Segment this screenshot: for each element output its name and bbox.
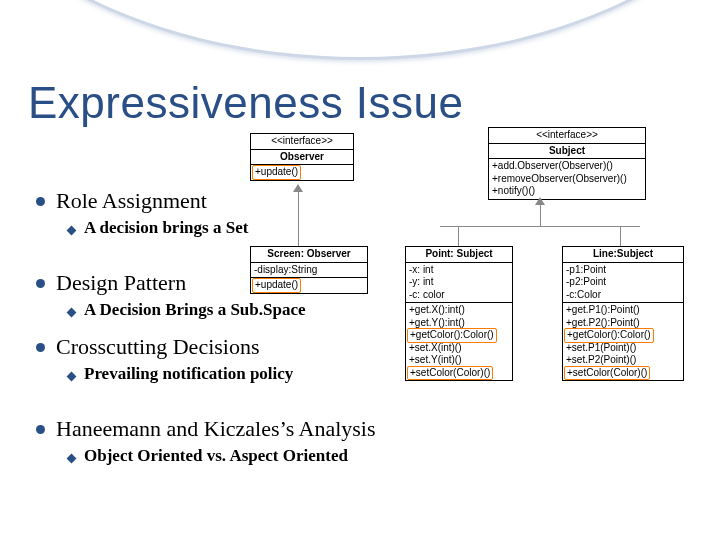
uml-operation: +getColor():Color() [566,329,680,342]
uml-operation: +removeObserver(Observer)() [492,173,642,186]
slide-title: Expressiveness Issue [28,78,464,128]
uml-operation: +update() [251,278,368,294]
uml-attribute: -p2:Point [566,276,680,289]
uml-attribute: -x: int [409,264,509,277]
uml-attributes: -x: int -y: int -c: color [406,262,513,303]
uml-arrowhead-icon [293,184,303,192]
highlight: +getColor():Color() [564,328,654,343]
uml-operation: +setColor(Color)() [409,367,509,380]
bullet-label: Design Pattern [56,270,186,295]
uml-operation: +set.Y(int)() [409,354,509,367]
uml-line-class: Line:Subject -p1:Point -p2:Point -c:Colo… [562,246,684,381]
uml-subject-interface: <<interface>> Subject +add.Observer(Obse… [488,127,646,200]
uml-attribute: -p1:Point [566,264,680,277]
uml-stereotype: <<interface>> [251,134,354,150]
highlight: +setColor(Color)() [407,366,493,381]
sub-bullet-label: A Decision Brings a Sub.Space [84,300,306,319]
uml-class-name: Observer [251,149,354,165]
uml-connector [440,226,640,227]
highlight: +getColor():Color() [407,328,497,343]
uml-operations: +get.P1():Point() +get.P2():Point() +get… [563,303,684,381]
uml-class-name: Subject [489,143,646,159]
uml-operation: +setColor(Color)() [566,367,680,380]
uml-operation: +set.P2(Point)() [566,354,680,367]
uml-class-name: Line:Subject [563,247,684,263]
slide: Expressiveness Issue Role Assignment A d… [0,0,720,540]
uml-operation: +get.X():int() [409,304,509,317]
bullet-haneemann: Haneemann and Kiczales’s Analysis Object… [32,416,692,466]
bullet-label: Crosscutting Decisions [56,334,260,359]
uml-attribute: -display:String [251,262,368,278]
uml-operations: +add.Observer(Observer)() +removeObserve… [489,159,646,200]
uml-operation: +set.X(int)() [409,342,509,355]
uml-connector [298,190,299,246]
bullet-label: Role Assignment [56,188,207,213]
sub-bullet-label: A decision brings a Set [84,218,248,237]
uml-operation: +set.P1(Point)() [566,342,680,355]
uml-attribute: -c: color [409,289,509,302]
sub-bullet-label: Prevailing notification policy [84,364,293,383]
uml-connector [458,226,459,246]
uml-operation: +add.Observer(Observer)() [492,160,642,173]
sub-bullet: Object Oriented vs. Aspect Oriented [56,446,692,466]
highlight: +setColor(Color)() [564,366,650,381]
uml-attributes: -p1:Point -p2:Point -c:Color [563,262,684,303]
bullet-label: Haneemann and Kiczales’s Analysis [56,416,376,441]
uml-operation: +notify()() [492,185,642,198]
highlight: +update() [252,165,301,180]
uml-arrowhead-icon [535,197,545,205]
uml-connector [540,204,541,226]
uml-attribute: -c:Color [566,289,680,302]
uml-connector [620,226,621,246]
uml-operation: +update() [251,165,354,181]
uml-attribute: -y: int [409,276,509,289]
uml-operations: +get.X():int() +get.Y():int() +getColor(… [406,303,513,381]
sub-bullet-label: Object Oriented vs. Aspect Oriented [84,446,348,465]
uml-observer-interface: <<interface>> Observer +update() [250,133,354,181]
decorative-arc [0,0,720,60]
uml-screen-class: Screen: Observer -display:String +update… [250,246,368,294]
highlight: +update() [252,278,301,293]
uml-operation: +get.P1():Point() [566,304,680,317]
uml-operation: +getColor():Color() [409,329,509,342]
uml-point-class: Point: Subject -x: int -y: int -c: color… [405,246,513,381]
uml-class-name: Point: Subject [406,247,513,263]
sub-bullet: A decision brings a Set [56,218,692,238]
uml-class-name: Screen: Observer [251,247,368,263]
uml-stereotype: <<interface>> [489,128,646,144]
